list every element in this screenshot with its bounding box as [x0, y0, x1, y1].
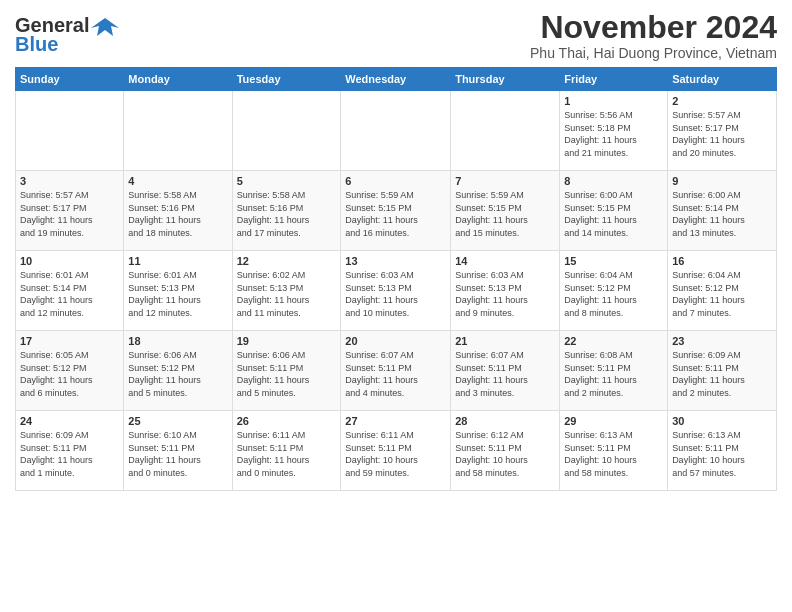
calendar-cell: 22Sunrise: 6:08 AM Sunset: 5:11 PM Dayli… [560, 331, 668, 411]
day-number: 10 [20, 255, 119, 267]
day-number: 18 [128, 335, 227, 347]
day-info: Sunrise: 6:02 AM Sunset: 5:13 PM Dayligh… [237, 269, 337, 319]
calendar-cell [232, 91, 341, 171]
day-info: Sunrise: 6:00 AM Sunset: 5:14 PM Dayligh… [672, 189, 772, 239]
day-info: Sunrise: 6:12 AM Sunset: 5:11 PM Dayligh… [455, 429, 555, 479]
calendar-cell: 29Sunrise: 6:13 AM Sunset: 5:11 PM Dayli… [560, 411, 668, 491]
day-info: Sunrise: 5:57 AM Sunset: 5:17 PM Dayligh… [672, 109, 772, 159]
calendar-cell: 25Sunrise: 6:10 AM Sunset: 5:11 PM Dayli… [124, 411, 232, 491]
day-info: Sunrise: 6:13 AM Sunset: 5:11 PM Dayligh… [564, 429, 663, 479]
day-info: Sunrise: 5:58 AM Sunset: 5:16 PM Dayligh… [237, 189, 337, 239]
day-info: Sunrise: 5:59 AM Sunset: 5:15 PM Dayligh… [345, 189, 446, 239]
calendar-cell: 13Sunrise: 6:03 AM Sunset: 5:13 PM Dayli… [341, 251, 451, 331]
day-info: Sunrise: 6:06 AM Sunset: 5:11 PM Dayligh… [237, 349, 337, 399]
day-number: 25 [128, 415, 227, 427]
day-info: Sunrise: 5:57 AM Sunset: 5:17 PM Dayligh… [20, 189, 119, 239]
svg-marker-0 [91, 18, 119, 36]
day-info: Sunrise: 6:00 AM Sunset: 5:15 PM Dayligh… [564, 189, 663, 239]
day-number: 30 [672, 415, 772, 427]
calendar-cell: 12Sunrise: 6:02 AM Sunset: 5:13 PM Dayli… [232, 251, 341, 331]
weekday-header-thursday: Thursday [451, 68, 560, 91]
title-section: November 2024 Phu Thai, Hai Duong Provin… [530, 10, 777, 61]
day-info: Sunrise: 6:03 AM Sunset: 5:13 PM Dayligh… [345, 269, 446, 319]
calendar-week-row: 10Sunrise: 6:01 AM Sunset: 5:14 PM Dayli… [16, 251, 777, 331]
day-info: Sunrise: 6:01 AM Sunset: 5:14 PM Dayligh… [20, 269, 119, 319]
logo-blue: Blue [15, 33, 58, 56]
day-number: 28 [455, 415, 555, 427]
day-number: 12 [237, 255, 337, 267]
calendar-table: SundayMondayTuesdayWednesdayThursdayFrid… [15, 67, 777, 491]
calendar-cell [16, 91, 124, 171]
weekday-header-row: SundayMondayTuesdayWednesdayThursdayFrid… [16, 68, 777, 91]
logo: General Blue [15, 10, 119, 56]
calendar-cell: 3Sunrise: 5:57 AM Sunset: 5:17 PM Daylig… [16, 171, 124, 251]
calendar-cell [341, 91, 451, 171]
day-number: 23 [672, 335, 772, 347]
day-number: 17 [20, 335, 119, 347]
day-number: 2 [672, 95, 772, 107]
calendar-cell: 1Sunrise: 5:56 AM Sunset: 5:18 PM Daylig… [560, 91, 668, 171]
calendar-cell: 2Sunrise: 5:57 AM Sunset: 5:17 PM Daylig… [668, 91, 777, 171]
day-info: Sunrise: 6:06 AM Sunset: 5:12 PM Dayligh… [128, 349, 227, 399]
day-number: 6 [345, 175, 446, 187]
day-number: 11 [128, 255, 227, 267]
weekday-header-sunday: Sunday [16, 68, 124, 91]
weekday-header-friday: Friday [560, 68, 668, 91]
day-info: Sunrise: 6:03 AM Sunset: 5:13 PM Dayligh… [455, 269, 555, 319]
weekday-header-monday: Monday [124, 68, 232, 91]
calendar-cell: 4Sunrise: 5:58 AM Sunset: 5:16 PM Daylig… [124, 171, 232, 251]
calendar-cell: 11Sunrise: 6:01 AM Sunset: 5:13 PM Dayli… [124, 251, 232, 331]
calendar-cell: 28Sunrise: 6:12 AM Sunset: 5:11 PM Dayli… [451, 411, 560, 491]
day-info: Sunrise: 6:11 AM Sunset: 5:11 PM Dayligh… [237, 429, 337, 479]
weekday-header-tuesday: Tuesday [232, 68, 341, 91]
calendar-cell: 23Sunrise: 6:09 AM Sunset: 5:11 PM Dayli… [668, 331, 777, 411]
day-info: Sunrise: 6:07 AM Sunset: 5:11 PM Dayligh… [455, 349, 555, 399]
day-number: 15 [564, 255, 663, 267]
day-info: Sunrise: 5:59 AM Sunset: 5:15 PM Dayligh… [455, 189, 555, 239]
day-info: Sunrise: 6:01 AM Sunset: 5:13 PM Dayligh… [128, 269, 227, 319]
calendar-week-row: 1Sunrise: 5:56 AM Sunset: 5:18 PM Daylig… [16, 91, 777, 171]
calendar-cell: 16Sunrise: 6:04 AM Sunset: 5:12 PM Dayli… [668, 251, 777, 331]
calendar-cell [124, 91, 232, 171]
weekday-header-saturday: Saturday [668, 68, 777, 91]
calendar-cell [451, 91, 560, 171]
day-number: 16 [672, 255, 772, 267]
calendar-week-row: 3Sunrise: 5:57 AM Sunset: 5:17 PM Daylig… [16, 171, 777, 251]
subtitle: Phu Thai, Hai Duong Province, Vietnam [530, 45, 777, 61]
day-number: 13 [345, 255, 446, 267]
day-number: 9 [672, 175, 772, 187]
calendar-cell: 10Sunrise: 6:01 AM Sunset: 5:14 PM Dayli… [16, 251, 124, 331]
page-header: General Blue November 2024 Phu Thai, Hai… [15, 10, 777, 61]
day-number: 14 [455, 255, 555, 267]
day-number: 29 [564, 415, 663, 427]
calendar-cell: 5Sunrise: 5:58 AM Sunset: 5:16 PM Daylig… [232, 171, 341, 251]
day-info: Sunrise: 5:56 AM Sunset: 5:18 PM Dayligh… [564, 109, 663, 159]
day-number: 26 [237, 415, 337, 427]
day-info: Sunrise: 6:11 AM Sunset: 5:11 PM Dayligh… [345, 429, 446, 479]
calendar-cell: 7Sunrise: 5:59 AM Sunset: 5:15 PM Daylig… [451, 171, 560, 251]
day-info: Sunrise: 6:09 AM Sunset: 5:11 PM Dayligh… [672, 349, 772, 399]
day-info: Sunrise: 6:07 AM Sunset: 5:11 PM Dayligh… [345, 349, 446, 399]
calendar-cell: 17Sunrise: 6:05 AM Sunset: 5:12 PM Dayli… [16, 331, 124, 411]
day-number: 5 [237, 175, 337, 187]
day-number: 4 [128, 175, 227, 187]
calendar-cell: 21Sunrise: 6:07 AM Sunset: 5:11 PM Dayli… [451, 331, 560, 411]
day-number: 8 [564, 175, 663, 187]
day-number: 3 [20, 175, 119, 187]
day-info: Sunrise: 6:08 AM Sunset: 5:11 PM Dayligh… [564, 349, 663, 399]
calendar-cell: 20Sunrise: 6:07 AM Sunset: 5:11 PM Dayli… [341, 331, 451, 411]
month-title: November 2024 [530, 10, 777, 45]
calendar-cell: 27Sunrise: 6:11 AM Sunset: 5:11 PM Dayli… [341, 411, 451, 491]
day-number: 27 [345, 415, 446, 427]
calendar-cell: 14Sunrise: 6:03 AM Sunset: 5:13 PM Dayli… [451, 251, 560, 331]
calendar-cell: 18Sunrise: 6:06 AM Sunset: 5:12 PM Dayli… [124, 331, 232, 411]
calendar-cell: 8Sunrise: 6:00 AM Sunset: 5:15 PM Daylig… [560, 171, 668, 251]
calendar-cell: 9Sunrise: 6:00 AM Sunset: 5:14 PM Daylig… [668, 171, 777, 251]
day-info: Sunrise: 6:10 AM Sunset: 5:11 PM Dayligh… [128, 429, 227, 479]
calendar-cell: 19Sunrise: 6:06 AM Sunset: 5:11 PM Dayli… [232, 331, 341, 411]
day-info: Sunrise: 5:58 AM Sunset: 5:16 PM Dayligh… [128, 189, 227, 239]
calendar-cell: 26Sunrise: 6:11 AM Sunset: 5:11 PM Dayli… [232, 411, 341, 491]
day-number: 22 [564, 335, 663, 347]
logo-bird-icon [91, 16, 119, 36]
day-info: Sunrise: 6:09 AM Sunset: 5:11 PM Dayligh… [20, 429, 119, 479]
